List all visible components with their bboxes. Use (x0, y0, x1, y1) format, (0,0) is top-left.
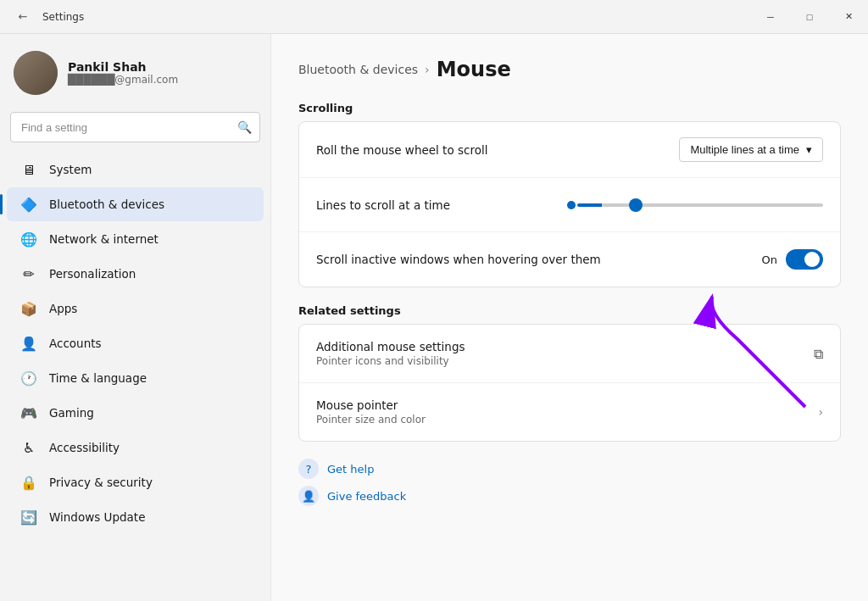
user-info: Pankil Shah ██████@gmail.com (68, 60, 257, 86)
gaming-icon: 🎮 (20, 404, 37, 421)
breadcrumb-separator: › (425, 63, 430, 76)
network-icon: 🌐 (20, 231, 37, 248)
footer-links: ? Get help 👤 Give feedback (298, 459, 841, 506)
sidebar-item-system[interactable]: 🖥 System (7, 153, 264, 186)
toggle-state-label: On (762, 253, 777, 266)
sidebar-item-bluetooth[interactable]: 🔷 Bluetooth & devices (7, 187, 264, 221)
mouse-pointer-row[interactable]: Mouse pointer Pointer size and color › (299, 383, 840, 441)
get-help-label: Get help (327, 463, 374, 476)
scroll-inactive-label: Scroll inactive windows when hovering ov… (316, 253, 601, 266)
titlebar: ← Settings ─ □ ✕ (0, 0, 868, 34)
system-icon: 🖥 (20, 161, 37, 178)
breadcrumb-current: Mouse (437, 58, 511, 81)
give-feedback-icon: 👤 (298, 486, 319, 506)
toggle-track (786, 249, 823, 270)
user-name: Pankil Shah (68, 60, 257, 74)
sidebar-item-time[interactable]: 🕐 Time & language (7, 361, 264, 395)
sidebar: Pankil Shah ██████@gmail.com 🔍 🖥 System … (0, 34, 271, 601)
personalization-icon: ✏️ (20, 265, 37, 282)
user-profile[interactable]: Pankil Shah ██████@gmail.com (0, 41, 270, 109)
sidebar-item-update[interactable]: 🔄 Windows Update (7, 500, 264, 534)
sidebar-item-privacy[interactable]: 🔒 Privacy & security (7, 465, 264, 499)
sidebar-item-label-bluetooth: Bluetooth & devices (49, 198, 164, 211)
additional-mouse-control: ⧉ (814, 346, 823, 362)
lines-scroll-label: Lines to scroll at a time (316, 198, 450, 212)
lines-scroll-control (567, 201, 823, 209)
user-email: ██████@gmail.com (68, 74, 257, 86)
additional-mouse-label: Additional mouse settings (316, 340, 465, 353)
related-heading: Related settings (298, 304, 841, 317)
search-icon: 🔍 (237, 120, 252, 134)
mouse-pointer-control: › (818, 405, 823, 419)
back-button[interactable]: ← (10, 4, 36, 30)
scroll-inactive-control: On (762, 249, 823, 270)
search-box: 🔍 (10, 112, 260, 142)
sidebar-item-label-time: Time & language (49, 371, 147, 385)
sidebar-item-label-update: Windows Update (49, 510, 145, 524)
breadcrumb-parent[interactable]: Bluetooth & devices (298, 63, 418, 76)
roll-wheel-label: Roll the mouse wheel to scroll (316, 143, 487, 157)
sidebar-item-label-personalization: Personalization (49, 267, 136, 281)
chevron-right-icon: › (818, 405, 823, 419)
additional-mouse-text: Additional mouse settings Pointer icons … (316, 340, 465, 367)
avatar-image (14, 51, 58, 95)
additional-mouse-row[interactable]: Additional mouse settings Pointer icons … (299, 325, 840, 383)
time-icon: 🕐 (20, 370, 37, 387)
mouse-pointer-text: Mouse pointer Pointer size and color (316, 398, 426, 426)
minimize-button[interactable]: ─ (751, 0, 790, 34)
bluetooth-icon: 🔷 (20, 196, 37, 213)
roll-wheel-row: Roll the mouse wheel to scroll Multiple … (299, 122, 840, 178)
sidebar-item-accounts[interactable]: 👤 Accounts (7, 326, 264, 360)
additional-mouse-sublabel: Pointer icons and visibility (316, 355, 465, 367)
related-card: Additional mouse settings Pointer icons … (298, 324, 841, 442)
sidebar-item-apps[interactable]: 📦 Apps (7, 292, 264, 326)
accessibility-icon: ♿ (20, 439, 37, 456)
sidebar-item-label-system: System (49, 163, 92, 176)
external-link-icon: ⧉ (814, 346, 823, 362)
titlebar-controls: ─ □ ✕ (751, 0, 868, 34)
get-help-link[interactable]: ? Get help (298, 459, 841, 479)
sidebar-item-network[interactable]: 🌐 Network & internet (7, 222, 264, 256)
sidebar-item-label-privacy: Privacy & security (49, 476, 153, 489)
give-feedback-link[interactable]: 👤 Give feedback (298, 486, 841, 506)
breadcrumb: Bluetooth & devices › Mouse (298, 58, 841, 81)
search-input[interactable] (10, 112, 260, 142)
sidebar-item-gaming[interactable]: 🎮 Gaming (7, 396, 264, 430)
roll-wheel-dropdown[interactable]: Multiple lines at a time ▾ (679, 137, 823, 162)
app-container: Pankil Shah ██████@gmail.com 🔍 🖥 System … (0, 34, 868, 601)
scroll-inactive-toggle[interactable] (786, 249, 823, 270)
accounts-icon: 👤 (20, 335, 37, 352)
restore-button[interactable]: □ (790, 0, 829, 34)
close-button[interactable]: ✕ (829, 0, 868, 34)
roll-wheel-control: Multiple lines at a time ▾ (679, 137, 823, 162)
nav-list: 🖥 System 🔷 Bluetooth & devices 🌐 Network… (0, 153, 270, 534)
scrolling-heading: Scrolling (298, 102, 841, 114)
sidebar-item-personalization[interactable]: ✏️ Personalization (7, 257, 264, 291)
sidebar-item-label-network: Network & internet (49, 232, 159, 246)
titlebar-left: ← Settings (10, 4, 84, 30)
dropdown-chevron-icon: ▾ (806, 143, 812, 156)
sidebar-item-accessibility[interactable]: ♿ Accessibility (7, 431, 264, 465)
lines-scroll-slider[interactable] (577, 203, 823, 207)
main-content: Bluetooth & devices › Mouse Scrolling Ro… (271, 34, 868, 601)
slider-indicator (567, 201, 576, 209)
lines-scroll-row: Lines to scroll at a time (299, 178, 840, 232)
sidebar-item-label-accounts: Accounts (49, 337, 102, 350)
scrolling-card: Roll the mouse wheel to scroll Multiple … (298, 121, 841, 287)
get-help-icon: ? (298, 459, 319, 479)
give-feedback-label: Give feedback (327, 490, 406, 503)
roll-wheel-value: Multiple lines at a time (690, 143, 799, 156)
update-icon: 🔄 (20, 509, 37, 526)
avatar (14, 51, 58, 95)
privacy-icon: 🔒 (20, 474, 37, 491)
scroll-inactive-row: Scroll inactive windows when hovering ov… (299, 232, 840, 287)
sidebar-item-label-gaming: Gaming (49, 406, 94, 420)
mouse-pointer-sublabel: Pointer size and color (316, 414, 426, 426)
apps-icon: 📦 (20, 300, 37, 317)
sidebar-item-label-accessibility: Accessibility (49, 441, 120, 454)
toggle-thumb (804, 252, 820, 267)
mouse-pointer-label: Mouse pointer (316, 398, 426, 412)
titlebar-title: Settings (42, 11, 84, 23)
sidebar-item-label-apps: Apps (49, 302, 77, 315)
